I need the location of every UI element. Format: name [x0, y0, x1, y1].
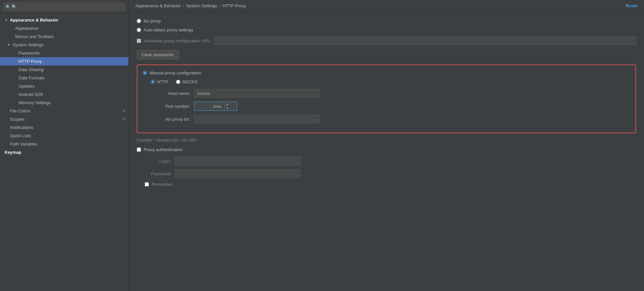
- search-bar: 🔍: [0, 0, 128, 14]
- manual-proxy-box: Manual proxy configuration HTTP SOCKS Ho…: [137, 64, 636, 133]
- breadcrumb-bar: Appearance & Behavior › System Settings …: [129, 0, 644, 12]
- no-proxy-row: No proxy: [137, 19, 636, 23]
- port-number-wrapper: ▲ ▼: [194, 102, 237, 111]
- sidebar-item-notifications[interactable]: Notifications: [0, 123, 128, 132]
- sidebar-section-label: Appearance & Behavior: [10, 18, 58, 22]
- manual-proxy-radio[interactable]: [143, 71, 147, 75]
- http-option: HTTP: [151, 79, 168, 84]
- manual-proxy-header: Manual proxy configuration: [143, 70, 630, 75]
- search-icon: 🔍: [6, 5, 11, 9]
- proxy-auth-row: Proxy authentication: [137, 147, 636, 152]
- example-text: Example: *.domain.com, 192.168.*: [137, 138, 636, 143]
- sidebar-item-data-sharing[interactable]: Data Sharing: [0, 65, 128, 74]
- http-label: HTTP: [157, 79, 168, 84]
- no-proxy-for-input[interactable]: [194, 115, 320, 123]
- clear-passwords-button[interactable]: Clear passwords: [137, 50, 179, 59]
- sidebar-item-android-sdk[interactable]: Android SDK: [0, 90, 128, 99]
- auto-detect-label: Auto-detect proxy settings: [144, 27, 193, 32]
- no-proxy-radio[interactable]: [137, 19, 141, 23]
- content-body: No proxy Auto-detect proxy settings Auto…: [129, 12, 644, 291]
- port-number-input[interactable]: [195, 103, 224, 110]
- host-name-input[interactable]: [194, 89, 320, 98]
- port-decrement-button[interactable]: ▼: [225, 106, 230, 110]
- password-input[interactable]: [175, 169, 301, 178]
- login-input[interactable]: [175, 157, 301, 165]
- sidebar-subsection-system-settings[interactable]: ▼ System Settings: [0, 41, 128, 49]
- port-number-label: Port number:: [151, 104, 190, 109]
- sidebar-item-scopes[interactable]: Scopes ⧉: [0, 115, 128, 123]
- reset-button[interactable]: Reset: [626, 3, 637, 8]
- sidebar-item-memory-settings[interactable]: Memory Settings: [0, 99, 128, 107]
- port-increment-button[interactable]: ▲: [225, 102, 230, 106]
- subsection-label: System Settings: [13, 42, 44, 47]
- breadcrumb-separator: ›: [219, 3, 221, 8]
- breadcrumb-part-2: System Settings: [186, 3, 217, 8]
- proxy-auth-label: Proxy authentication: [144, 147, 183, 152]
- sidebar-section-appearance-behavior[interactable]: ▼ Appearance & Behavior: [0, 16, 128, 24]
- login-label: Login:: [145, 159, 171, 164]
- host-name-row: Host name:: [151, 89, 630, 98]
- password-row: Password:: [145, 169, 636, 178]
- auto-proxy-url-label: Automatic proxy configuration URL:: [144, 38, 211, 43]
- auto-proxy-url-checkbox[interactable]: [137, 39, 141, 43]
- copy-icon: ⧉: [123, 117, 125, 121]
- sidebar-item-updates[interactable]: Updates: [0, 82, 128, 90]
- no-proxy-label: No proxy: [144, 19, 161, 23]
- breadcrumb-separator: ›: [183, 3, 184, 8]
- breadcrumb: Appearance & Behavior › System Settings …: [135, 3, 246, 8]
- auto-proxy-url-input[interactable]: [214, 36, 636, 45]
- host-name-label: Host name:: [151, 91, 190, 96]
- manual-proxy-label: Manual proxy configuration: [150, 70, 201, 75]
- no-proxy-for-label: No proxy for:: [151, 117, 190, 122]
- auto-detect-radio[interactable]: [137, 28, 141, 32]
- socks-label: SOCKS: [182, 79, 197, 84]
- port-number-row: Port number: ▲ ▼: [151, 102, 630, 111]
- remember-label: Remember: [152, 182, 173, 187]
- breadcrumb-part-1: Appearance & Behavior: [135, 3, 181, 8]
- auto-detect-row: Auto-detect proxy settings: [137, 27, 636, 32]
- main-content: Appearance & Behavior › System Settings …: [129, 0, 644, 291]
- sidebar-item-keymap[interactable]: Keymap: [0, 148, 128, 156]
- sidebar-item-date-formats[interactable]: Date Formats: [0, 74, 128, 82]
- http-radio[interactable]: [151, 80, 155, 84]
- sidebar-nav: ▼ Appearance & Behavior Appearance Menus…: [0, 14, 128, 291]
- proxy-type-row: HTTP SOCKS: [151, 79, 630, 84]
- auto-proxy-url-row: Automatic proxy configuration URL:: [137, 36, 636, 45]
- socks-radio[interactable]: [176, 80, 180, 84]
- copy-icon: ⧉: [123, 109, 125, 113]
- proxy-auth-checkbox[interactable]: [137, 147, 141, 152]
- sidebar-item-path-variables[interactable]: Path Variables: [0, 140, 128, 148]
- search-input[interactable]: [3, 3, 125, 11]
- no-proxy-for-wrapper: ⤢: [194, 115, 320, 123]
- remember-row: Remember: [145, 182, 636, 187]
- sidebar-item-appearance[interactable]: Appearance: [0, 24, 128, 32]
- expand-arrow-icon: ▼: [5, 18, 8, 22]
- sidebar-item-http-proxy[interactable]: HTTP Proxy: [0, 57, 128, 65]
- sidebar-item-quick-lists[interactable]: Quick Lists: [0, 132, 128, 140]
- port-spinner: ▲ ▼: [224, 102, 230, 110]
- expand-icon: ⤢: [316, 118, 318, 122]
- login-row: Login:: [145, 157, 636, 165]
- sidebar-item-passwords[interactable]: Passwords: [0, 49, 128, 57]
- socks-option: SOCKS: [176, 79, 197, 84]
- sidebar-item-menus-toolbars[interactable]: Menus and Toolbars: [0, 32, 128, 41]
- breadcrumb-part-3: HTTP Proxy: [223, 3, 246, 8]
- no-proxy-for-row: No proxy for: ⤢: [151, 115, 630, 123]
- expand-arrow-icon: ▼: [7, 43, 11, 47]
- remember-checkbox[interactable]: [145, 182, 149, 187]
- sidebar: 🔍 ▼ Appearance & Behavior Appearance Men…: [0, 0, 129, 291]
- sidebar-item-file-colors[interactable]: File Colors ⧉: [0, 107, 128, 115]
- password-label: Password:: [145, 171, 171, 176]
